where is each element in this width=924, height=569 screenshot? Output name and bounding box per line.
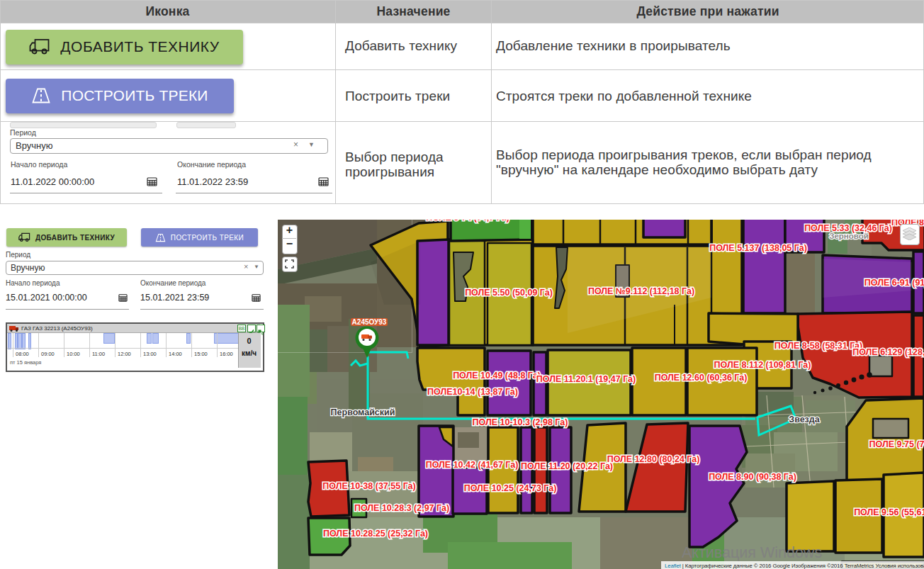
svg-text:ПОЛЕ 5-74 (74,7 Га): ПОЛЕ 5-74 (74,7 Га) xyxy=(426,220,509,222)
svg-text:ПОЛЕ 10.25 (24,73 Га): ПОЛЕ 10.25 (24,73 Га) xyxy=(464,483,557,493)
svg-text:А245ОУ93: А245ОУ93 xyxy=(352,318,387,326)
svg-text:ПОЛЕ 10.28.25 (25,32 Га): ПОЛЕ 10.28.25 (25,32 Га) xyxy=(323,529,428,539)
svg-text:ПОЛЕ10-14 (13,87 Га): ПОЛЕ10-14 (13,87 Га) xyxy=(427,387,518,397)
svg-text:Первомайский: Первомайский xyxy=(331,407,395,417)
svg-text:Активация Windows: Активация Windows xyxy=(682,544,822,561)
svg-text:ПОЛЕ 8.112 (109,81 Га): ПОЛЕ 8.112 (109,81 Га) xyxy=(714,360,811,370)
svg-text:ПОЛЕ 10.49 (48,8 Га): ПОЛЕ 10.49 (48,8 Га) xyxy=(453,371,541,381)
svg-text:ПОЛЕ 10.28.3 (2,97 Га): ПОЛЕ 10.28.3 (2,97 Га) xyxy=(354,503,449,513)
svg-text:ПОЛЕ 8-58 (58,31 Га): ПОЛЕ 8-58 (58,31 Га) xyxy=(774,341,862,351)
svg-text:ПОЛЕ 11.20 (20,22 Га): ПОЛЕ 11.20 (20,22 Га) xyxy=(521,461,613,471)
svg-text:Зерновой: Зерновой xyxy=(829,232,869,240)
svg-text:ПОЛЕ 12.60 (60,36 Га): ПОЛЕ 12.60 (60,36 Га) xyxy=(655,373,748,383)
svg-text:ПОЛЕ 5.50 (50,09 Га): ПОЛЕ 5.50 (50,09 Га) xyxy=(465,288,553,298)
svg-text:ПОЛЕ 11.20.1 (19,47 Га): ПОЛЕ 11.20.1 (19,47 Га) xyxy=(536,374,636,384)
svg-text:ПОЛЕ №9.112 (112,18 Га): ПОЛЕ №9.112 (112,18 Га) xyxy=(588,286,694,296)
svg-text:Звезда: Звезда xyxy=(789,415,820,424)
svg-text:ПОЛЕ 12.80 (80,24 Га): ПОЛЕ 12.80 (80,24 Га) xyxy=(607,454,700,464)
svg-text:ПОЛЕ 6.129 (128,35 Га): ПОЛЕ 6.129 (128,35 Га) xyxy=(852,347,924,357)
svg-text:ПОЛЕ 5.137 (138,05 Га): ПОЛЕ 5.137 (138,05 Га) xyxy=(709,243,807,253)
svg-text:ПОЛЕ 9.75 (75,2 Га): ПОЛЕ 9.75 (75,2 Га) xyxy=(869,439,924,449)
svg-text:ПОЛЕ 8.90 (90,38 Га): ПОЛЕ 8.90 (90,38 Га) xyxy=(709,472,796,482)
svg-text:ПОЛЕ 10-38 (37,55 Га): ПОЛЕ 10-38 (37,55 Га) xyxy=(322,481,415,491)
svg-text:ПОЛЕ 10-10.3 (2,98 Га): ПОЛЕ 10-10.3 (2,98 Га) xyxy=(473,417,568,427)
svg-text:ПОЛЕ 10.42 (41,67 Га): ПОЛЕ 10.42 (41,67 Га) xyxy=(426,460,519,470)
svg-text:ПОЛЕ 6-91 (91,44 Га): ПОЛЕ 6-91 (91,44 Га) xyxy=(864,278,924,288)
svg-text:ПОЛЕ 9.56 (55,61 Га): ПОЛЕ 9.56 (55,61 Га) xyxy=(854,507,924,517)
